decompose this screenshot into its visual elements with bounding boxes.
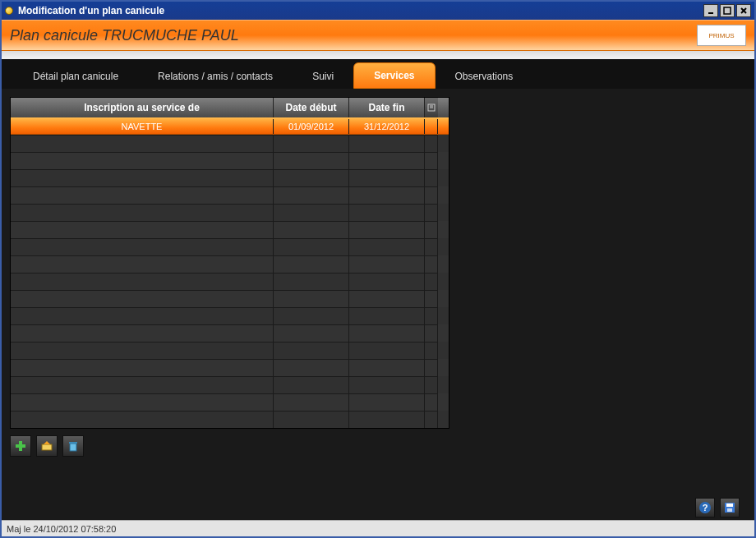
header-band: Plan canicule TRUCMUCHE PAUL PRIMUS <box>2 20 754 51</box>
svg-rect-8 <box>16 444 25 448</box>
page-title: Plan canicule TRUCMUCHE PAUL <box>10 27 697 44</box>
add-button[interactable] <box>10 435 31 457</box>
tab-detail[interactable]: Détail plan canicule <box>13 64 138 89</box>
edit-icon <box>40 439 53 453</box>
table-row-empty[interactable] <box>11 221 449 238</box>
table-row[interactable]: NAVETTE01/09/201231/12/2012 <box>11 117 449 135</box>
table-row-empty[interactable] <box>11 255 449 273</box>
cell-end: 31/12/2012 <box>349 119 425 134</box>
edit-button[interactable] <box>36 435 58 457</box>
footer-bar: ? <box>10 495 746 520</box>
trash-icon <box>67 439 80 453</box>
svg-rect-17 <box>727 508 732 512</box>
cell-service: NAVETTE <box>11 119 274 134</box>
table-row-empty[interactable] <box>11 376 449 393</box>
table-toolbar <box>10 435 746 457</box>
meta-strip <box>2 51 754 59</box>
svg-text:?: ? <box>703 503 708 513</box>
save-button[interactable] <box>720 498 740 517</box>
help-button[interactable]: ? <box>695 498 715 517</box>
logo: PRIMUS <box>697 25 746 46</box>
svg-marker-10 <box>44 441 50 444</box>
svg-rect-16 <box>726 504 733 507</box>
table-row-empty[interactable] <box>11 359 449 376</box>
table-row-empty[interactable] <box>11 169 449 186</box>
close-button[interactable] <box>736 4 751 17</box>
cell-start: 01/09/2012 <box>274 119 349 134</box>
table-row-empty[interactable] <box>11 324 449 342</box>
status-text: Maj le 24/10/2012 07:58:20 <box>7 524 116 534</box>
table-row-empty[interactable] <box>11 204 449 221</box>
table-row-empty[interactable] <box>11 290 449 307</box>
table-row-empty[interactable] <box>11 342 449 359</box>
svg-rect-1 <box>724 7 731 14</box>
table-row-empty[interactable] <box>11 135 449 152</box>
table-row-empty[interactable] <box>11 152 449 169</box>
services-table: Inscription au service de Date début Dat… <box>10 97 449 429</box>
maximize-button[interactable] <box>720 4 735 17</box>
col-header-end[interactable]: Date fin <box>349 98 425 117</box>
tab-relations[interactable]: Relations / amis / contacts <box>138 64 293 89</box>
table-row-empty[interactable] <box>11 273 449 290</box>
statusbar: Maj le 24/10/2012 07:58:20 <box>2 520 754 536</box>
svg-rect-9 <box>42 444 52 450</box>
table-row-empty[interactable] <box>11 393 449 411</box>
delete-button[interactable] <box>62 435 84 457</box>
help-icon: ? <box>698 501 712 514</box>
table-row-empty[interactable] <box>11 411 449 428</box>
table-row-empty[interactable] <box>11 307 449 324</box>
table-row-empty[interactable] <box>11 186 449 204</box>
col-header-start[interactable]: Date début <box>274 98 349 117</box>
tab-services[interactable]: Services <box>353 62 435 89</box>
table-header-scroll-icon[interactable] <box>425 98 438 117</box>
cell-pad <box>425 119 438 134</box>
table-row-empty[interactable] <box>11 238 449 255</box>
titlebar: Modification d'un plan canicule <box>2 2 754 20</box>
window-title: Modification d'un plan canicule <box>18 5 702 16</box>
minimize-button[interactable] <box>703 4 718 17</box>
plus-icon <box>14 439 27 453</box>
app-icon <box>5 7 13 15</box>
col-header-service[interactable]: Inscription au service de <box>11 98 274 117</box>
tab-suivi[interactable]: Suivi <box>293 64 353 89</box>
svg-rect-12 <box>69 442 77 444</box>
tab-observations[interactable]: Observations <box>436 64 533 89</box>
save-icon <box>723 501 736 514</box>
svg-rect-11 <box>70 444 76 451</box>
tab-bar: Détail plan canicule Relations / amis / … <box>2 59 754 89</box>
